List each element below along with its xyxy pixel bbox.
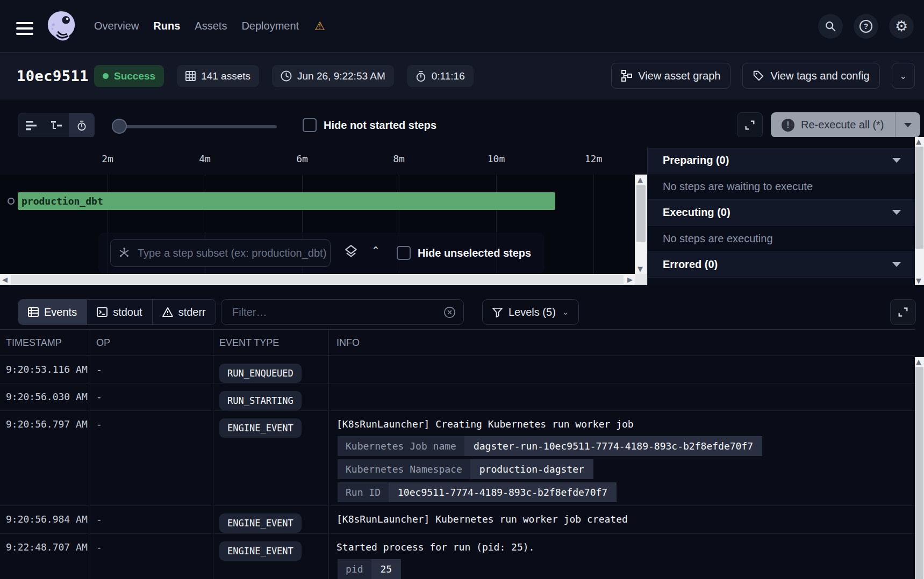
nav-item-deployment[interactable]: Deployment	[241, 20, 299, 32]
gantt-step-bar[interactable]: production_dbt	[18, 192, 555, 210]
hide-not-started-checkbox[interactable]	[303, 118, 317, 132]
metadata-key: Kubernetes Namespace	[338, 459, 470, 479]
events-table-body: 9:20:53.116 AM-RUN_ENQUEUED9:20:56.030 A…	[0, 356, 915, 579]
clock-icon	[281, 70, 292, 82]
event-row[interactable]: 9:20:53.116 AM-RUN_ENQUEUED	[0, 356, 915, 383]
funnel-icon	[492, 307, 503, 317]
reexecute-all-button[interactable]: ! Re-execute all (*)	[771, 119, 895, 132]
zoom-slider-handle[interactable]	[112, 119, 127, 134]
hide-unselected-checkbox[interactable]	[397, 246, 411, 260]
axis-tick: 8m	[393, 153, 405, 164]
asset-graph-icon	[621, 70, 632, 82]
event-row[interactable]: 9:22:48.707 AM-ENGINE_EVENTStarted proce…	[0, 534, 915, 579]
tab-stdout[interactable]: stdout	[87, 300, 152, 324]
scroll-up-icon[interactable]: ▲	[916, 138, 921, 145]
hide-unselected-label: Hide unselected steps	[418, 247, 531, 259]
metadata-row: pid25	[338, 559, 401, 579]
metadata-value[interactable]: production-dagster	[470, 459, 593, 479]
collapse-step-panel-button[interactable]: ˆ	[374, 245, 377, 259]
scrollbar-thumb[interactable]	[11, 275, 624, 284]
step-selector-icon	[118, 247, 130, 259]
events-table-header: TIMESTAMPOPEVENT TYPEINFO	[0, 329, 915, 356]
metadata-value[interactable]: dagster-run-10ec9511-7774-4189-893c-b2f8…	[464, 436, 762, 456]
waterfall-view-button[interactable]	[44, 113, 69, 138]
event-row[interactable]: 9:20:56.984 AM-ENGINE_EVENT[K8sRunLaunch…	[0, 506, 915, 534]
nav-item-overview[interactable]: Overview	[94, 20, 139, 32]
tab-events[interactable]: Events	[18, 300, 87, 324]
status-section-body	[648, 278, 915, 285]
scroll-up-icon[interactable]: ▲	[916, 358, 921, 365]
scroll-down-icon[interactable]: ▼	[638, 265, 643, 272]
tab-label: Events	[44, 306, 77, 319]
scroll-down-icon[interactable]: ▼	[916, 277, 921, 284]
view-tags-config-button[interactable]: View tags and config	[742, 63, 879, 89]
gantt-horizontal-scrollbar[interactable]: ◀ ▶	[0, 274, 635, 285]
status-section-header-1[interactable]: Executing (0)	[648, 200, 915, 226]
event-type-badge: ENGINE_EVENT	[219, 541, 302, 561]
start-time-pill: Jun 26, 9:22:53 AM	[272, 65, 394, 87]
event-info	[329, 383, 915, 410]
column-header-timestamp: TIMESTAMP	[0, 330, 90, 356]
nav-item-assets[interactable]: Assets	[195, 20, 227, 32]
apply-step-filter-button[interactable]	[344, 244, 358, 263]
run-actions: View asset graph View tags and config ⌄	[599, 63, 915, 89]
run-meta: Success 141 assets Jun 26, 9:22:53 AM 0:…	[94, 65, 486, 87]
search-button[interactable]	[818, 14, 843, 39]
scroll-up-icon[interactable]: ▲	[638, 176, 643, 183]
reexecute-dropdown-button[interactable]	[896, 112, 920, 137]
chevron-down-icon	[892, 158, 901, 163]
scrollbar-thumb[interactable]	[915, 367, 923, 579]
flat-list-icon	[26, 121, 37, 131]
tab-stderr[interactable]: stderr	[153, 300, 216, 324]
chevron-down-icon	[904, 123, 912, 127]
scrollbar-thumb[interactable]	[636, 185, 646, 242]
event-type-cell: ENGINE_EVENT	[213, 411, 329, 505]
status-badge: Success	[94, 65, 164, 87]
assets-pill[interactable]: 141 assets	[177, 65, 259, 87]
status-section-header-2[interactable]: Errored (0)	[648, 252, 915, 278]
filter-input[interactable]	[231, 306, 443, 319]
events-fullscreen-button[interactable]	[890, 299, 916, 325]
metadata-value[interactable]: 25	[371, 559, 402, 579]
step-subset-input[interactable]	[137, 247, 330, 260]
waterfall-icon	[51, 121, 62, 131]
chevron-down-icon: ⌄	[562, 307, 569, 317]
status-section-title: Preparing (0)	[663, 154, 729, 167]
axis-tick: 4m	[199, 153, 211, 164]
hamburger-menu-icon[interactable]	[16, 19, 33, 38]
gantt-vertical-scrollbar[interactable]: ▲ ▼	[635, 175, 647, 274]
help-button[interactable]: ?	[854, 14, 878, 39]
scroll-right-icon[interactable]: ▶	[627, 276, 633, 283]
event-row[interactable]: 9:20:56.797 AM-ENGINE_EVENT[K8sRunLaunch…	[0, 411, 915, 506]
levels-dropdown[interactable]: Levels (5) ⌄	[482, 299, 579, 325]
metadata-row: Kubernetes Namespaceproduction-dagster	[338, 459, 593, 479]
events-scrollbar[interactable]: ▲	[915, 357, 924, 579]
event-type-badge: ENGINE_EVENT	[219, 418, 302, 438]
clear-filter-icon[interactable]	[443, 306, 456, 319]
event-row[interactable]: 9:20:56.030 AM-RUN_STARTING	[0, 383, 915, 411]
view-asset-graph-button[interactable]: View asset graph	[611, 63, 730, 89]
run-more-actions-button[interactable]: ⌄	[892, 63, 915, 89]
layers-icon	[344, 244, 358, 260]
event-type-cell: RUN_ENQUEUED	[213, 356, 329, 383]
event-type-badge: RUN_STARTING	[219, 391, 302, 410]
scroll-left-icon[interactable]: ◀	[2, 276, 8, 283]
flat-view-button[interactable]	[18, 113, 44, 138]
axis-tick: 2m	[102, 153, 113, 164]
events-table: TIMESTAMPOPEVENT TYPEINFO 9:20:53.116 AM…	[0, 329, 915, 579]
event-metadata-table: pid25	[338, 559, 915, 579]
dagster-logo[interactable]	[45, 9, 78, 42]
event-info-text: [K8sRunLauncher] Kubernetes run worker j…	[336, 513, 915, 525]
zoom-slider-track[interactable]	[112, 125, 277, 128]
scrollbar-thumb[interactable]	[915, 147, 923, 249]
scrollbar-corner	[635, 274, 647, 285]
expand-icon	[897, 306, 909, 318]
settings-button[interactable]: ⚙	[889, 14, 914, 39]
gantt-fullscreen-button[interactable]	[737, 112, 763, 138]
nav-item-runs[interactable]: Runs	[153, 20, 180, 32]
status-panel-scrollbar[interactable]: ▲ ▼	[915, 137, 924, 285]
metadata-value[interactable]: 10ec9511-7774-4189-893c-b2f8efde70f7	[389, 482, 617, 502]
status-section-header-0[interactable]: Preparing (0)	[648, 148, 915, 173]
duration-view-button[interactable]	[69, 113, 94, 138]
gridline	[593, 175, 594, 274]
